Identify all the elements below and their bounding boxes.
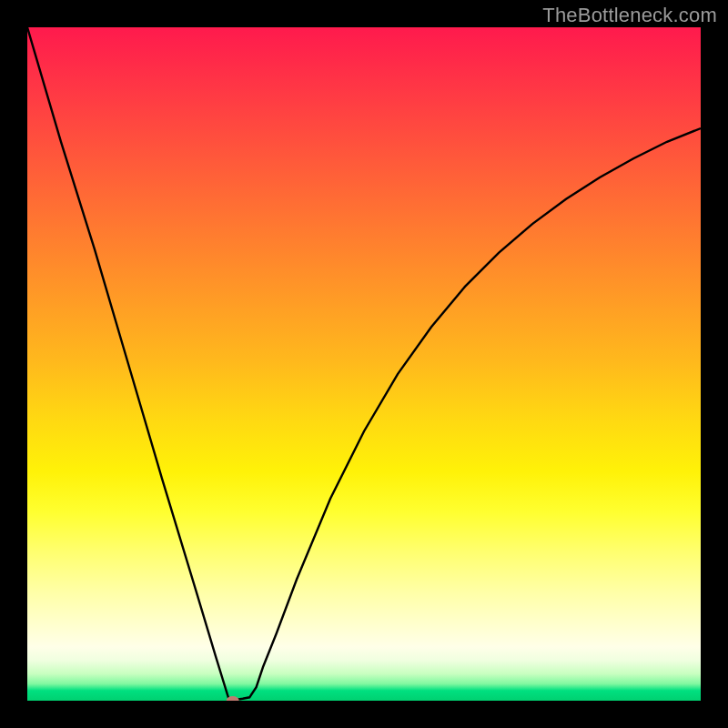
curve-path	[27, 27, 701, 701]
bottleneck-curve	[27, 27, 701, 701]
plot-area	[27, 27, 701, 701]
chart-frame: TheBottleneck.com	[0, 0, 728, 728]
watermark-text: TheBottleneck.com	[542, 4, 717, 27]
